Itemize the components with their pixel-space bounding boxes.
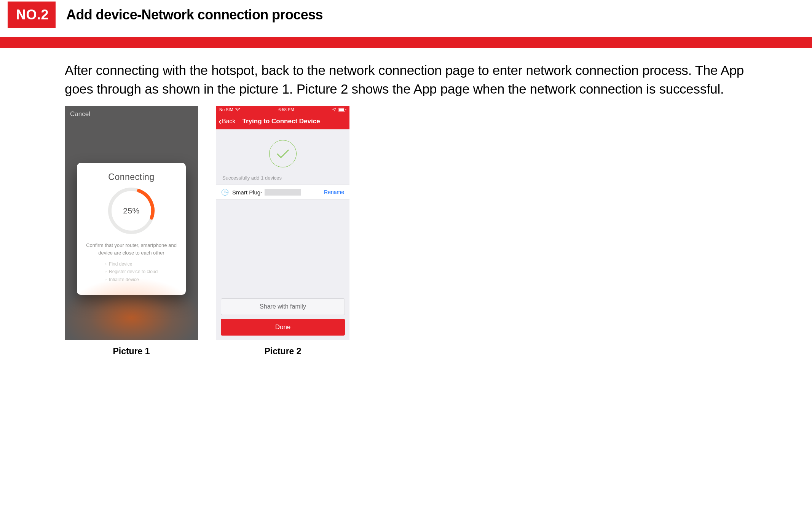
rename-button[interactable]: Rename xyxy=(324,189,344,195)
pictures-row: Cancel Connecting 25% Confirm that your … xyxy=(65,106,812,356)
nav-title: Trying to Connect Device xyxy=(242,118,320,125)
progress-percent-label: 25% xyxy=(108,188,155,234)
share-with-family-button[interactable]: Share with family xyxy=(221,298,345,315)
device-icon xyxy=(222,189,228,196)
back-label: Back xyxy=(222,118,236,125)
progress-ring: 25% xyxy=(108,188,155,234)
divider-bar xyxy=(0,37,812,48)
page-title: Add device-Network connection process xyxy=(66,7,323,23)
connecting-steps: Find device Register device to cloud Int… xyxy=(84,260,179,283)
status-time: 6:58 PM xyxy=(278,107,294,112)
phone2-content: Successfully add 1 devices Smart Plug- R… xyxy=(216,129,349,340)
cancel-button[interactable]: Cancel xyxy=(70,110,90,118)
carrier-label: No SIM xyxy=(219,107,233,112)
done-button[interactable]: Done xyxy=(221,319,345,336)
nav-bar: ‹ Back Trying to Connect Device xyxy=(216,113,349,129)
connecting-title: Connecting xyxy=(84,172,179,182)
step-bullet-icon xyxy=(105,277,109,282)
device-name: Smart Plug- xyxy=(232,189,262,196)
body-paragraph: After connecting with the hotspot, back … xyxy=(65,61,750,98)
step-register-cloud: Register device to cloud xyxy=(109,269,158,274)
svg-rect-2 xyxy=(339,108,344,111)
success-check-icon xyxy=(269,140,297,167)
step-bullet-icon xyxy=(105,269,109,274)
picture-2-caption: Picture 2 xyxy=(264,346,301,356)
connecting-instruction: Confirm that your router, smartphone and… xyxy=(84,242,179,256)
success-message: Successfully add 1 devices xyxy=(222,175,349,181)
phone-mock-1: Cancel Connecting 25% Confirm that your … xyxy=(65,106,198,340)
status-bar: No SIM 6:58 PM xyxy=(216,106,349,113)
picture-2-column: No SIM 6:58 PM ‹ xyxy=(216,106,349,356)
battery-icon xyxy=(338,108,346,111)
phone-mock-2: No SIM 6:58 PM ‹ xyxy=(216,106,349,340)
page-header: NO.2 Add device-Network connection proce… xyxy=(0,2,812,28)
section-number-badge: NO.2 xyxy=(8,2,56,28)
picture-1-caption: Picture 1 xyxy=(113,346,150,356)
chevron-left-icon: ‹ xyxy=(219,117,222,126)
location-icon xyxy=(332,108,336,111)
device-row[interactable]: Smart Plug- Rename xyxy=(216,185,349,200)
back-button[interactable]: ‹ Back xyxy=(219,117,236,126)
connecting-card: Connecting 25% Confirm that your router,… xyxy=(77,163,186,295)
step-find-device: Find device xyxy=(109,261,132,267)
picture-1-column: Cancel Connecting 25% Confirm that your … xyxy=(65,106,198,356)
device-name-redacted xyxy=(265,189,301,196)
svg-rect-3 xyxy=(346,109,346,110)
step-initialize-device: Intialize device xyxy=(109,277,139,282)
wifi-icon xyxy=(235,108,240,111)
step-bullet-icon xyxy=(105,261,109,267)
